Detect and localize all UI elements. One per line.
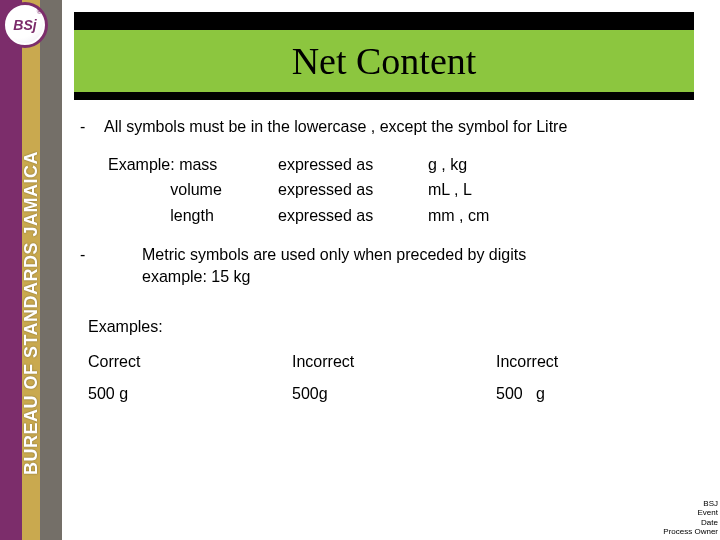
example-r2-c1: volume [108,179,278,201]
examples-table: Correct Incorrect Incorrect 500 g 500g 5… [88,351,700,404]
example-r3-c3: mm , cm [428,205,548,227]
example-r1-c3: g , kg [428,154,548,176]
bullet-2-dash: - [80,244,142,287]
examples-header-2: Incorrect [292,351,496,373]
bullet-2-line1: Metric symbols are used only when preced… [142,244,700,266]
brand-vertical-text: BUREAU OF STANDARDS JAMAICA [21,151,42,475]
example-r2-c3: mL , L [428,179,548,201]
title-highlight: Net Content [74,30,694,92]
examples-header-3: Incorrect [496,351,700,373]
example-r1-c1: Example: mass [108,154,278,176]
footer-meta: BSJ Event Date Process Owner [663,499,718,536]
example-r1-c2: expressed as [278,154,428,176]
footer-l3: Date [663,518,718,527]
registered-mark-icon: ® [37,8,42,15]
slide-root: BUREAU OF STANDARDS JAMAICA BSj ® Net Co… [0,0,720,540]
left-brand-band: BUREAU OF STANDARDS JAMAICA [0,0,62,540]
body-content: - All symbols must be in the lowercase ,… [80,116,700,404]
bullet-1-dash: - [80,116,102,138]
example-r2-c2: expressed as [278,179,428,201]
examples-cell-2: 500g [292,383,496,405]
example-grid: Example: mass expressed as g , kg volume… [108,154,700,227]
footer-l1: BSJ [663,499,718,508]
example-r3-c1: length [108,205,278,227]
page-title: Net Content [292,39,477,83]
bullet-1: - All symbols must be in the lowercase ,… [80,116,700,138]
bullet-2-body: Metric symbols are used only when preced… [142,244,700,287]
bullet-2: - Metric symbols are used only when prec… [80,244,700,287]
bsj-badge: BSj ® [2,2,48,48]
footer-l2: Event [663,508,718,517]
example-r3-c2: expressed as [278,205,428,227]
examples-cell-3: 500 g [496,383,700,405]
bullet-1-text: All symbols must be in the lowercase , e… [104,116,700,138]
examples-header-1: Correct [88,351,292,373]
examples-label: Examples: [88,316,700,338]
examples-cell-1: 500 g [88,383,292,405]
footer-l4: Process Owner [663,527,718,536]
title-bar: Net Content [74,12,694,100]
bsj-badge-text: BSj [13,17,36,33]
bullet-2-line2: example: 15 kg [142,266,700,288]
